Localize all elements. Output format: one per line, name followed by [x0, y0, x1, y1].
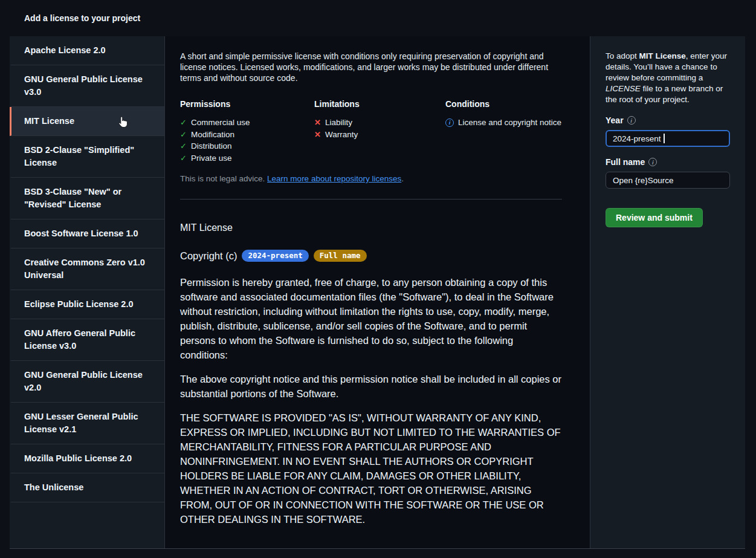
- permission-label: Commercial use: [191, 117, 250, 129]
- limitations-column: Limitations ✕ Liability ✕ Warranty: [314, 99, 445, 164]
- sidebar-item-eclipse-2-0[interactable]: Eclipse Public License 2.0: [10, 290, 164, 319]
- year-field-label: Year i: [606, 115, 730, 125]
- sidebar-item-the-unlicense[interactable]: The Unlicense: [10, 473, 164, 502]
- page-title: Add a license to your project: [24, 13, 140, 23]
- condition-item: i License and copyright notice: [445, 117, 561, 129]
- fullname-label-text: Full name: [606, 157, 645, 167]
- x-icon: ✕: [314, 129, 321, 141]
- license-detail-panel: A short and simple permissive license wi…: [165, 36, 590, 548]
- legal-note: This is not legal advice.: [180, 174, 265, 183]
- info-icon: i: [445, 118, 454, 127]
- fullname-badge: Full name: [314, 250, 367, 262]
- repository-licenses-link[interactable]: Learn more about repository licenses: [267, 174, 401, 183]
- permission-item: ✓ Commercial use: [180, 117, 314, 129]
- year-input[interactable]: [606, 130, 730, 147]
- sidebar-item-mozilla-2-0[interactable]: Mozilla Public License 2.0: [10, 444, 164, 473]
- review-and-submit-button[interactable]: Review and submit: [606, 208, 703, 227]
- copyright-row: Copyright (c) 2024-present Full name: [180, 250, 563, 262]
- sidebar-item-apache-2-0[interactable]: Apache License 2.0: [10, 36, 164, 65]
- permission-item: ✓ Modification: [180, 129, 314, 141]
- legal-period: .: [401, 174, 404, 183]
- section-divider: [180, 199, 562, 200]
- x-icon: ✕: [314, 117, 321, 129]
- conditions-title: Conditions: [445, 99, 561, 109]
- limitation-item: ✕ Warranty: [314, 129, 445, 141]
- permissions-column: Permissions ✓ Commercial use ✓ Modificat…: [180, 99, 314, 164]
- fullname-field-label: Full name i: [606, 157, 730, 167]
- page-header: Add a license to your project: [0, 0, 756, 36]
- info-icon[interactable]: i: [648, 158, 657, 166]
- sidebar-item-cc-zero-v1[interactable]: Creative Commons Zero v1.0Universal: [10, 248, 164, 290]
- limitation-label: Liability: [325, 117, 352, 129]
- permission-item: ✓ Private use: [180, 152, 314, 164]
- year-input-wrap: [606, 130, 730, 147]
- limitations-title: Limitations: [314, 99, 445, 109]
- year-badge: 2024-present: [242, 250, 308, 262]
- sidebar-item-gnu-gpl-v2[interactable]: GNU General Public License v2.0: [10, 361, 164, 403]
- check-icon: ✓: [180, 117, 187, 129]
- fullname-input-wrap: [606, 172, 730, 189]
- license-paragraph: The above copyright notice and this perm…: [180, 372, 563, 401]
- sidebar-item-gnu-agpl-v3[interactable]: GNU Affero General PublicLicense v3.0: [10, 319, 164, 361]
- fullname-input[interactable]: [606, 172, 730, 189]
- license-list-sidebar: Apache License 2.0 GNU General Public Li…: [10, 36, 165, 548]
- conditions-column: Conditions i License and copyright notic…: [445, 99, 561, 164]
- license-chooser-card: Apache License 2.0 GNU General Public Li…: [10, 36, 745, 549]
- sidebar-item-bsd-2-clause[interactable]: BSD 2-Clause "Simplified"License: [10, 136, 164, 178]
- intro-prefix: To adopt: [606, 51, 639, 60]
- sidebar-item-bsd-3-clause[interactable]: BSD 3-Clause "New" or"Revised" License: [10, 178, 164, 219]
- check-icon: ✓: [180, 152, 187, 164]
- adopt-intro-text: To adopt MIT License, enter your details…: [606, 51, 730, 105]
- sidebar-item-gnu-lgpl-v2-1[interactable]: GNU Lesser General PublicLicense v2.1: [10, 403, 164, 444]
- permission-label: Distribution: [191, 140, 232, 152]
- info-icon[interactable]: i: [627, 116, 636, 125]
- condition-label: License and copyright notice: [458, 117, 561, 129]
- limitation-item: ✕ Liability: [314, 117, 445, 129]
- check-icon: ✓: [180, 129, 187, 141]
- license-description: A short and simple permissive license wi…: [180, 51, 560, 83]
- year-label-text: Year: [606, 115, 624, 125]
- license-preview-title: MIT License: [180, 222, 563, 233]
- intro-license-name: MIT License: [639, 51, 686, 60]
- text-caret: [664, 134, 665, 143]
- sidebar-item-mit-license[interactable]: MIT License: [10, 107, 164, 136]
- license-rules: Permissions ✓ Commercial use ✓ Modificat…: [180, 99, 563, 164]
- permissions-title: Permissions: [180, 99, 314, 109]
- copyright-prefix: Copyright (c): [180, 250, 237, 262]
- legal-note-row: This is not legal advice. Learn more abo…: [180, 174, 563, 183]
- license-paragraph: Permission is hereby granted, free of ch…: [180, 275, 563, 362]
- sidebar-item-gnu-gpl-v3[interactable]: GNU General Public Licensev3.0: [10, 65, 164, 107]
- license-paragraph: THE SOFTWARE IS PROVIDED "AS IS", WITHOU…: [180, 410, 563, 527]
- permission-label: Modification: [191, 129, 234, 141]
- limitation-label: Warranty: [325, 129, 358, 141]
- sidebar-item-boost-1-0[interactable]: Boost Software License 1.0: [10, 219, 164, 248]
- permission-item: ✓ Distribution: [180, 140, 314, 152]
- check-icon: ✓: [180, 140, 187, 152]
- permission-label: Private use: [191, 152, 232, 164]
- intro-license-file: LICENSE: [606, 84, 641, 93]
- adopt-license-panel: To adopt MIT License, enter your details…: [590, 36, 745, 548]
